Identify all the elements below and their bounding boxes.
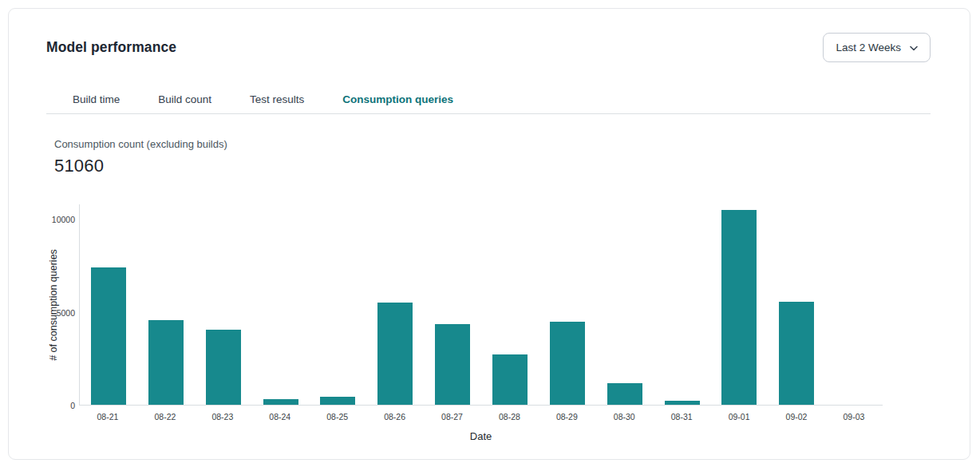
x-tick-label: 08-26 — [366, 412, 424, 422]
y-tick-label: 0 — [27, 401, 75, 410]
x-tick-label: 08-25 — [309, 412, 366, 422]
bar-08-21[interactable] — [91, 267, 126, 405]
bar-08-28[interactable] — [492, 354, 528, 405]
bar-slot — [424, 324, 481, 405]
bar-slot — [768, 302, 825, 405]
x-tick-label: 08-21 — [79, 412, 136, 422]
x-tick-label: 09-01 — [710, 412, 768, 422]
bar-08-24[interactable] — [263, 399, 298, 405]
bar-08-25[interactable] — [320, 397, 355, 405]
x-tick-label: 08-31 — [653, 412, 710, 422]
model-performance-card: Model performance Last 2 Weeks Build tim… — [8, 8, 970, 460]
x-axis-ticks: 08-2108-2208-2308-2408-2508-2608-2708-28… — [79, 412, 883, 422]
bar-08-30[interactable] — [607, 383, 642, 405]
bar-slot — [596, 383, 654, 405]
bar-slot — [309, 397, 366, 405]
x-tick-label: 08-22 — [136, 412, 194, 422]
bar-08-29[interactable] — [550, 322, 585, 405]
bar-slot — [654, 401, 711, 405]
bar-08-26[interactable] — [377, 303, 413, 405]
x-tick-label: 08-24 — [251, 412, 309, 422]
bar-slot — [195, 330, 252, 405]
x-tick-label: 08-30 — [595, 412, 653, 422]
bar-08-23[interactable] — [206, 330, 241, 405]
bar-08-31[interactable] — [665, 401, 700, 405]
plot-area — [79, 204, 883, 406]
bar-08-22[interactable] — [148, 320, 184, 405]
bar-09-02[interactable] — [779, 302, 814, 405]
bar-08-27[interactable] — [435, 324, 470, 405]
bar-09-01[interactable] — [721, 210, 757, 405]
bar-slot — [481, 354, 539, 405]
bar-slot — [80, 267, 137, 405]
consumption-queries-chart: # of consumption queries 0500010000 08-2… — [9, 9, 970, 459]
y-tick-label: 5000 — [27, 308, 75, 318]
y-axis-ticks: 0500010000 — [27, 9, 75, 459]
x-tick-label: 08-23 — [194, 412, 251, 422]
x-tick-label: 09-03 — [825, 412, 883, 422]
x-tick-label: 09-02 — [768, 412, 825, 422]
bar-slot — [252, 399, 310, 405]
bar-slot — [539, 322, 596, 405]
x-tick-label: 08-27 — [424, 412, 481, 422]
x-tick-label: 08-28 — [480, 412, 538, 422]
x-axis-title: Date — [79, 430, 883, 442]
bar-slot — [137, 320, 195, 405]
bar-slot — [366, 303, 424, 405]
y-tick-label: 10000 — [27, 215, 75, 224]
bar-slot — [710, 210, 768, 405]
x-tick-label: 08-29 — [538, 412, 595, 422]
